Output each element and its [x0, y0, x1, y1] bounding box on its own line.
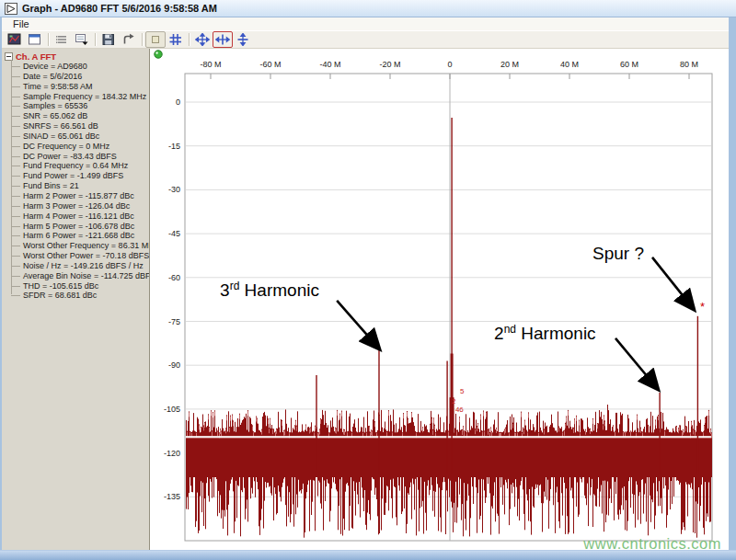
svg-text:-75: -75 [168, 317, 180, 326]
export-icon [121, 33, 136, 46]
new-graph-button[interactable] [5, 31, 25, 48]
svg-text:-135: -135 [164, 492, 180, 501]
tree-item[interactable]: SINAD = 65.061 dBc [11, 131, 149, 142]
tree-item[interactable]: Sample Frequency = 184.32 MHz [11, 92, 149, 102]
svg-text:-20 M: -20 M [379, 60, 400, 69]
fft-plot[interactable]: *5246-80 M-60 M-40 M-20 M020 M40 M60 M80… [150, 49, 729, 550]
svg-text:-120: -120 [164, 449, 180, 458]
tree-item[interactable]: Average Bin Noise = -114.725 dBFS [11, 271, 149, 281]
svg-text:*: * [700, 300, 705, 314]
svg-text:-90: -90 [168, 360, 180, 370]
new-graph-icon [7, 33, 22, 46]
tree-item[interactable]: Date = 5/6/2016 [11, 72, 149, 82]
window-bottom-frame [0, 550, 736, 560]
svg-text:-45: -45 [168, 229, 180, 238]
toolbar-separator [95, 33, 96, 46]
app-logo-icon [5, 3, 17, 15]
autoscale-icon [195, 33, 210, 46]
toolbar-separator [189, 33, 190, 46]
toolbar-separator [142, 33, 143, 46]
bin-label: 5 [460, 387, 465, 395]
title-bar[interactable]: Graph - AD9680 FFT 5/6/2016 9:58:58 AM [0, 0, 736, 17]
svg-text:-30: -30 [168, 185, 180, 194]
grid-toggle-button[interactable] [166, 31, 186, 48]
tree-item[interactable]: THD = -105.615 dBc [11, 281, 149, 291]
tree-item[interactable]: DC Power = -83.43 dBFS [11, 152, 149, 162]
tree-item[interactable]: Harm 3 Power = -126.04 dBc [11, 201, 149, 211]
tree-item[interactable]: Harm 5 Power = -106.678 dBc [11, 222, 149, 232]
tree-item[interactable]: Worst Other Frequency = 86.31 MHz [11, 241, 149, 251]
svg-text:-60 M: -60 M [259, 60, 281, 69]
autoscale-y-icon [236, 33, 250, 46]
svg-text:20 M: 20 M [500, 60, 519, 69]
app-window: Graph - AD9680 FFT 5/6/2016 9:58:58 AM F… [0, 0, 736, 560]
tree-item[interactable]: Samples = 65536 [11, 101, 149, 111]
tree-item[interactable]: SFDR = 68.681 dBc [11, 291, 149, 301]
single-view-button[interactable] [145, 31, 166, 48]
toolbar [2, 30, 729, 49]
autoscale-button[interactable] [192, 31, 213, 48]
save-icon [101, 33, 116, 46]
tree-item[interactable]: Device = AD9680 [11, 62, 149, 72]
param-tree-items: Device = AD9680Date = 5/6/2016Time = 9:5… [11, 62, 149, 301]
tree-item[interactable]: SNRFS = 66.561 dB [11, 121, 149, 131]
tree-item[interactable]: Fund Bins = 21 [11, 181, 149, 191]
menu-bar: File [2, 17, 729, 30]
grid-icon [168, 33, 183, 46]
tree-item[interactable]: Noise / Hz = -149.216 dBFS / Hz [11, 261, 149, 271]
autoscale-x-icon [215, 33, 230, 46]
bin-label: 46 [455, 406, 464, 414]
tree-item[interactable]: Harm 2 Power = -115.877 dBc [11, 191, 149, 201]
svg-text:0: 0 [176, 97, 180, 107]
svg-text:-40 M: -40 M [319, 60, 340, 69]
svg-text:60 M: 60 M [620, 60, 638, 69]
tree-item[interactable]: Fund Power = -1.499 dBFS [11, 171, 149, 181]
svg-text:80 M: 80 M [680, 60, 698, 69]
status-led-icon [155, 51, 162, 58]
list-view-button[interactable] [52, 31, 72, 48]
svg-text:Spur ?: Spur ? [592, 244, 644, 263]
window-title: Graph - AD9680 FFT 5/6/2016 9:58:58 AM [22, 3, 217, 14]
tree-root-label: Ch. A FFT [16, 51, 56, 62]
parameter-tree-panel: Ch. A FFT Device = AD9680Date = 5/6/2016… [2, 49, 150, 550]
tree-item[interactable]: Harm 6 Power = -121.668 dBc [11, 231, 149, 241]
tree-root[interactable]: Ch. A FFT [5, 51, 149, 62]
toolbar-separator [48, 33, 49, 46]
plot-panel: *5246-80 M-60 M-40 M-20 M020 M40 M60 M80… [150, 49, 729, 550]
tree-item[interactable]: SNR = 65.062 dB [11, 111, 149, 121]
export-button[interactable] [119, 31, 139, 48]
tree-item[interactable]: Fund Frequency = 0.64 MHz [11, 161, 149, 171]
tree-item[interactable]: Worst Other Power = -70.18 dBFS [11, 251, 149, 261]
new-form-button[interactable] [25, 31, 45, 48]
autoscale-y-button[interactable] [233, 31, 253, 48]
autoscale-x-button[interactable] [213, 31, 233, 48]
menu-file[interactable]: File [9, 17, 33, 30]
save-button[interactable] [98, 31, 119, 48]
svg-text:-60: -60 [168, 273, 180, 282]
new-form-icon [28, 33, 42, 46]
tree-item[interactable]: Time = 9:58:58 AM [11, 82, 149, 92]
list-view-icon [54, 33, 69, 46]
svg-text:-105: -105 [164, 405, 180, 414]
bin-label: 2 [452, 397, 456, 406]
cursor-picker-button[interactable] [72, 31, 92, 48]
tree-item[interactable]: DC Frequency = 0 MHz [11, 142, 149, 152]
svg-text:-15: -15 [168, 142, 180, 151]
cursor-picker-icon [75, 33, 89, 46]
single-view-icon [148, 33, 163, 46]
svg-text:-80 M: -80 M [200, 60, 221, 69]
svg-text:0: 0 [447, 60, 452, 69]
tree-item[interactable]: Harm 4 Power = -116.121 dBc [11, 211, 149, 222]
svg-text:40 M: 40 M [560, 60, 579, 69]
